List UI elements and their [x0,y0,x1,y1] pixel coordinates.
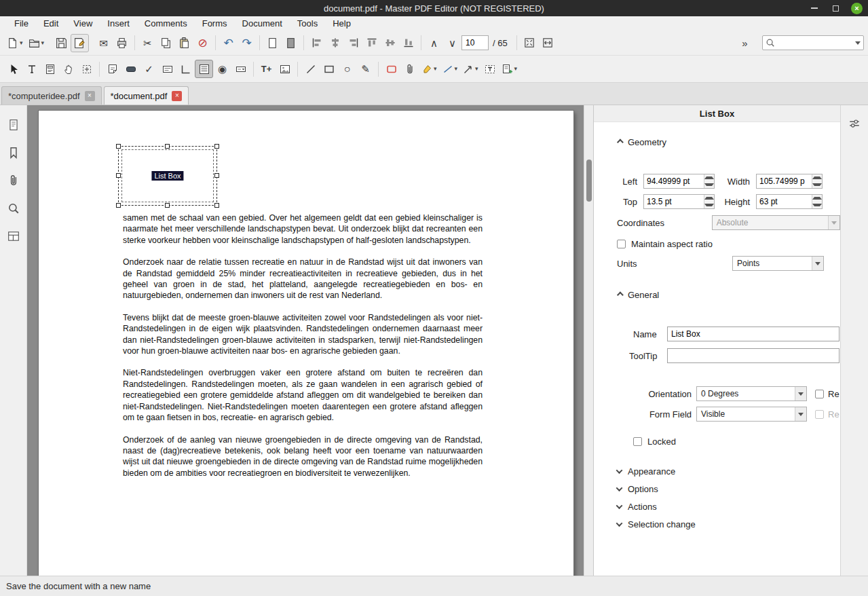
fit-width-button[interactable] [539,34,557,52]
scrollbar-thumb[interactable] [586,160,592,202]
save-as-button[interactable] [71,34,89,52]
edit-forms-tool-button[interactable] [41,60,59,78]
locked-checkbox[interactable] [633,437,642,446]
view-mode-outline-button[interactable] [263,34,282,52]
form-fields-panel-button[interactable] [2,225,25,248]
name-input[interactable] [667,327,839,341]
left-input[interactable] [644,174,704,188]
add-image-tool-button[interactable] [276,60,294,78]
radio-button-tool-button[interactable]: ◉ [213,60,231,78]
dropdown-button[interactable] [795,387,806,401]
section-appearance[interactable]: Appearance [617,465,840,477]
resize-handle-n[interactable] [165,144,170,149]
resize-handle-sw[interactable] [116,203,121,208]
form-field-label[interactable]: List Box [151,171,183,181]
form-field-menu-button[interactable]: ▾ [499,60,521,78]
maintain-aspect-checkbox[interactable] [617,240,626,248]
spin-up-button[interactable] [812,174,822,181]
text-field-tool-button[interactable] [158,60,176,78]
select-tool-button[interactable] [4,60,22,78]
highlight-area-tool-button[interactable] [382,60,400,78]
minimize-button[interactable] [808,3,820,13]
line-annotation-tool-button[interactable]: ▾ [440,60,461,78]
email-button[interactable]: ✉ [94,34,113,52]
toolbar-overflow-button[interactable]: » [736,34,754,52]
spin-down-button[interactable] [812,202,822,208]
section-selection-change[interactable]: Selection change [617,518,840,530]
spin-up-button[interactable] [812,195,822,202]
attachments-panel-button[interactable] [2,169,25,192]
height-input[interactable] [757,195,812,208]
align-top-button[interactable] [362,34,381,52]
paste-button[interactable] [175,34,193,52]
fit-page-button[interactable] [521,34,539,52]
thumbnails-panel-button[interactable] [2,113,25,136]
spin-up-button[interactable] [704,174,714,181]
open-button[interactable]: ▾ [26,34,48,52]
align-bottom-button[interactable] [399,34,417,52]
page-number-input[interactable] [461,35,489,50]
freehand-tool-button[interactable]: ✎ [356,60,375,78]
dropdown-button[interactable] [812,257,823,270]
add-text-tool-button[interactable]: T+ [257,60,276,78]
bookmarks-panel-button[interactable] [2,141,25,164]
dropdown-button[interactable] [795,407,806,421]
cut-button[interactable]: ✂ [138,34,157,52]
arrow-annotation-tool-button[interactable]: ▾ [460,60,481,78]
menu-help[interactable]: Help [325,18,358,29]
spin-down-button[interactable] [704,202,714,208]
menu-comments[interactable]: Comments [137,18,195,29]
resize-handle-s[interactable] [165,203,170,208]
spin-up-button[interactable] [704,195,714,202]
edit-text-tool-button[interactable] [22,60,41,78]
readonly-checkbox[interactable] [815,410,824,419]
menu-view[interactable]: View [66,18,100,29]
list-box-form-field[interactable]: List Box [118,146,217,206]
copy-button[interactable] [157,34,175,52]
checkbox-tool-button[interactable]: ✓ [140,60,158,78]
align-middle-button[interactable] [381,34,399,52]
menu-edit[interactable]: Edit [36,18,66,29]
close-button[interactable]: × [851,3,863,14]
new-document-button[interactable]: ▾ [4,34,26,52]
menu-file[interactable]: File [7,18,36,29]
attach-file-tool-button[interactable] [400,60,419,78]
view-mode-filled-button[interactable] [282,34,300,52]
spin-down-button[interactable] [704,181,714,188]
orientation-select[interactable]: 0 Degrees [696,386,807,401]
list-box-tool-button[interactable] [195,60,213,78]
search-dropdown-icon[interactable] [855,41,861,45]
tab-document[interactable]: *document.pdf × [104,86,189,105]
pdf-page[interactable]: List Box samen met de schaal van een geb… [39,111,573,576]
form-field-select[interactable]: Visible [696,407,807,422]
menu-forms[interactable]: Forms [195,18,235,29]
tooltip-input[interactable] [667,348,839,363]
line-tool-button[interactable] [301,60,320,78]
save-button[interactable] [52,34,71,52]
units-select[interactable]: Points [732,256,824,271]
print-button[interactable] [113,34,131,52]
undo-button[interactable]: ↶ [219,34,238,52]
required-checkbox[interactable] [815,390,824,398]
tab-close-button[interactable]: × [85,91,95,101]
menu-tools[interactable]: Tools [290,18,325,29]
section-actions[interactable]: Actions [617,500,840,513]
next-page-button[interactable]: ∨ [443,34,461,52]
menu-insert[interactable]: Insert [100,18,137,29]
redo-button[interactable]: ↷ [238,34,256,52]
top-input[interactable] [644,195,704,208]
tab-close-button[interactable]: × [172,91,182,101]
delete-button[interactable]: ⊘ [193,34,212,52]
section-geometry[interactable]: Geometry [617,136,840,148]
resize-handle-w[interactable] [116,173,121,178]
signature-tool-button[interactable] [176,60,195,78]
previous-page-button[interactable]: ∧ [425,34,443,52]
vertical-scrollbar[interactable] [584,105,593,576]
search-panel-button[interactable] [2,197,25,220]
transform-tool-button[interactable] [77,60,96,78]
resize-handle-se[interactable] [214,203,219,208]
push-button-tool-button[interactable] [121,60,140,78]
tab-computeridee[interactable]: *computeridee.pdf × [1,86,102,105]
resize-handle-e[interactable] [214,173,219,178]
highlighter-tool-button[interactable]: ▾ [419,60,440,78]
